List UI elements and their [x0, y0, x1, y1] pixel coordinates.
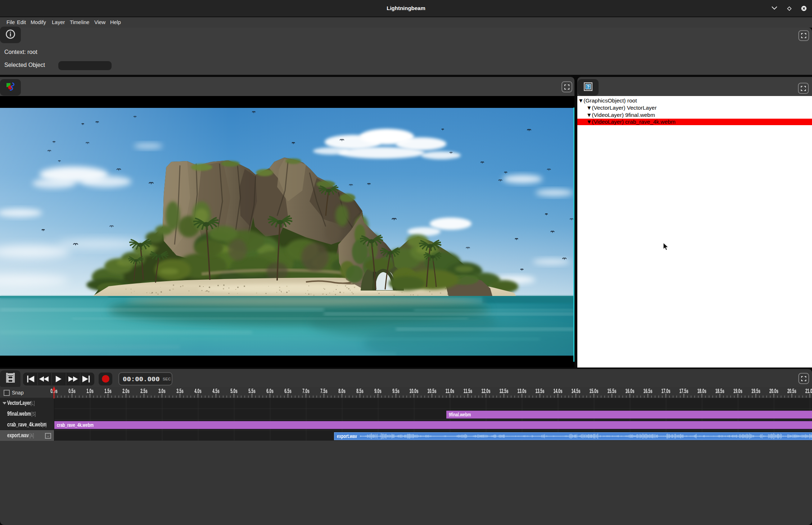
svg-text:?: ?: [587, 84, 590, 90]
